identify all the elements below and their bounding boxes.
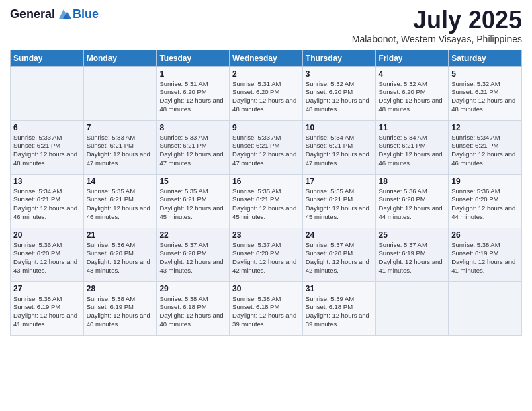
- day-number: 31: [306, 284, 373, 293]
- calendar-cell: 16Sunrise: 5:35 AMSunset: 6:21 PMDayligh…: [230, 174, 303, 228]
- calendar-body: 1Sunrise: 5:31 AMSunset: 6:20 PMDaylight…: [11, 66, 522, 335]
- calendar-week-row: 27Sunrise: 5:38 AMSunset: 6:19 PMDayligh…: [11, 281, 522, 335]
- weekday-header-monday: Monday: [83, 50, 157, 66]
- day-info: Sunrise: 5:36 AMSunset: 6:20 PMDaylight:…: [451, 187, 519, 222]
- calendar-cell: 7Sunrise: 5:33 AMSunset: 6:21 PMDaylight…: [83, 120, 157, 174]
- calendar-cell: 21Sunrise: 5:36 AMSunset: 6:20 PMDayligh…: [83, 228, 157, 281]
- day-number: 22: [159, 230, 226, 240]
- calendar-cell: 9Sunrise: 5:33 AMSunset: 6:21 PMDaylight…: [230, 120, 303, 174]
- day-info: Sunrise: 5:38 AMSunset: 6:18 PMDaylight:…: [232, 295, 300, 329]
- day-info: Sunrise: 5:36 AMSunset: 6:20 PMDaylight:…: [87, 241, 154, 275]
- day-info: Sunrise: 5:38 AMSunset: 6:19 PMDaylight:…: [13, 295, 81, 329]
- calendar-cell: [375, 281, 449, 335]
- day-number: 7: [87, 123, 154, 132]
- day-number: 19: [451, 177, 519, 186]
- day-info: Sunrise: 5:36 AMSunset: 6:20 PMDaylight:…: [379, 187, 446, 222]
- logo-text-general: General: [10, 7, 55, 21]
- day-number: 4: [379, 69, 446, 79]
- day-number: 13: [13, 177, 81, 186]
- calendar-week-row: 1Sunrise: 5:31 AMSunset: 6:20 PMDaylight…: [11, 66, 522, 120]
- calendar-cell: 5Sunrise: 5:32 AMSunset: 6:21 PMDaylight…: [449, 66, 522, 120]
- day-info: Sunrise: 5:37 AMSunset: 6:19 PMDaylight:…: [379, 241, 446, 275]
- day-number: 20: [13, 230, 81, 240]
- day-info: Sunrise: 5:32 AMSunset: 6:21 PMDaylight:…: [451, 80, 519, 114]
- day-info: Sunrise: 5:31 AMSunset: 6:20 PMDaylight:…: [159, 80, 226, 114]
- weekday-header-wednesday: Wednesday: [230, 50, 303, 66]
- day-number: 30: [232, 284, 300, 293]
- day-info: Sunrise: 5:35 AMSunset: 6:21 PMDaylight:…: [306, 187, 373, 222]
- calendar-cell: 13Sunrise: 5:34 AMSunset: 6:21 PMDayligh…: [11, 174, 84, 228]
- day-number: 27: [13, 284, 81, 293]
- day-info: Sunrise: 5:31 AMSunset: 6:20 PMDaylight:…: [232, 80, 300, 114]
- calendar-cell: 25Sunrise: 5:37 AMSunset: 6:19 PMDayligh…: [375, 228, 449, 281]
- calendar-cell: 22Sunrise: 5:37 AMSunset: 6:20 PMDayligh…: [157, 228, 230, 281]
- calendar-header: SundayMondayTuesdayWednesdayThursdayFrid…: [11, 50, 522, 66]
- day-info: Sunrise: 5:34 AMSunset: 6:21 PMDaylight:…: [13, 187, 81, 222]
- calendar-cell: 3Sunrise: 5:32 AMSunset: 6:20 PMDaylight…: [302, 66, 375, 120]
- calendar-cell: 1Sunrise: 5:31 AMSunset: 6:20 PMDaylight…: [157, 66, 230, 120]
- calendar-cell: 4Sunrise: 5:32 AMSunset: 6:20 PMDaylight…: [375, 66, 449, 120]
- day-info: Sunrise: 5:39 AMSunset: 6:18 PMDaylight:…: [306, 295, 373, 329]
- calendar-cell: 20Sunrise: 5:36 AMSunset: 6:20 PMDayligh…: [11, 228, 84, 281]
- day-number: 6: [13, 123, 81, 132]
- calendar-cell: 28Sunrise: 5:38 AMSunset: 6:19 PMDayligh…: [83, 281, 157, 335]
- month-year-title: July 2025: [352, 7, 522, 34]
- calendar-cell: [83, 66, 157, 120]
- calendar-cell: 31Sunrise: 5:39 AMSunset: 6:18 PMDayligh…: [302, 281, 375, 335]
- calendar-cell: 23Sunrise: 5:37 AMSunset: 6:20 PMDayligh…: [230, 228, 303, 281]
- day-info: Sunrise: 5:35 AMSunset: 6:21 PMDaylight:…: [232, 187, 300, 222]
- day-number: 26: [451, 230, 519, 240]
- day-info: Sunrise: 5:33 AMSunset: 6:21 PMDaylight:…: [159, 134, 226, 168]
- calendar-week-row: 6Sunrise: 5:33 AMSunset: 6:21 PMDaylight…: [11, 120, 522, 174]
- page-header: General Blue July 2025 Malabonot, Wester…: [10, 7, 522, 44]
- day-number: 17: [306, 177, 373, 186]
- day-info: Sunrise: 5:35 AMSunset: 6:21 PMDaylight:…: [159, 187, 226, 222]
- location-subtitle: Malabonot, Western Visayas, Philippines: [352, 34, 522, 44]
- day-info: Sunrise: 5:34 AMSunset: 6:21 PMDaylight:…: [451, 134, 519, 168]
- calendar-week-row: 20Sunrise: 5:36 AMSunset: 6:20 PMDayligh…: [11, 228, 522, 281]
- day-info: Sunrise: 5:38 AMSunset: 6:19 PMDaylight:…: [87, 295, 154, 329]
- day-number: 9: [232, 123, 300, 132]
- day-info: Sunrise: 5:33 AMSunset: 6:21 PMDaylight:…: [13, 134, 81, 168]
- weekday-header-saturday: Saturday: [449, 50, 522, 66]
- day-info: Sunrise: 5:34 AMSunset: 6:21 PMDaylight:…: [306, 134, 373, 168]
- day-info: Sunrise: 5:37 AMSunset: 6:20 PMDaylight:…: [232, 241, 300, 275]
- calendar-week-row: 13Sunrise: 5:34 AMSunset: 6:21 PMDayligh…: [11, 174, 522, 228]
- day-number: 28: [87, 284, 154, 293]
- day-number: 24: [306, 230, 373, 240]
- day-number: 5: [451, 69, 519, 79]
- day-number: 12: [451, 123, 519, 132]
- calendar-cell: 6Sunrise: 5:33 AMSunset: 6:21 PMDaylight…: [11, 120, 84, 174]
- calendar-cell: 12Sunrise: 5:34 AMSunset: 6:21 PMDayligh…: [449, 120, 522, 174]
- calendar-cell: 17Sunrise: 5:35 AMSunset: 6:21 PMDayligh…: [302, 174, 375, 228]
- calendar-cell: [449, 281, 522, 335]
- day-number: 1: [159, 69, 226, 79]
- weekday-header-thursday: Thursday: [302, 50, 375, 66]
- calendar-cell: 18Sunrise: 5:36 AMSunset: 6:20 PMDayligh…: [375, 174, 449, 228]
- day-number: 16: [232, 177, 300, 186]
- day-number: 8: [159, 123, 226, 132]
- day-number: 10: [306, 123, 373, 132]
- day-number: 15: [159, 177, 226, 186]
- calendar-cell: 14Sunrise: 5:35 AMSunset: 6:21 PMDayligh…: [83, 174, 157, 228]
- logo-icon: [56, 7, 71, 21]
- day-number: 29: [159, 284, 226, 293]
- weekday-header-sunday: Sunday: [11, 50, 84, 66]
- calendar-table: SundayMondayTuesdayWednesdayThursdayFrid…: [10, 50, 522, 336]
- calendar-cell: 27Sunrise: 5:38 AMSunset: 6:19 PMDayligh…: [11, 281, 84, 335]
- day-info: Sunrise: 5:36 AMSunset: 6:20 PMDaylight:…: [13, 241, 81, 275]
- title-block: July 2025 Malabonot, Western Visayas, Ph…: [352, 7, 522, 44]
- calendar-cell: 26Sunrise: 5:38 AMSunset: 6:19 PMDayligh…: [449, 228, 522, 281]
- day-number: 14: [87, 177, 154, 186]
- weekday-header-friday: Friday: [375, 50, 449, 66]
- day-info: Sunrise: 5:38 AMSunset: 6:18 PMDaylight:…: [159, 295, 226, 329]
- day-info: Sunrise: 5:32 AMSunset: 6:20 PMDaylight:…: [306, 80, 373, 114]
- day-info: Sunrise: 5:35 AMSunset: 6:21 PMDaylight:…: [87, 187, 154, 222]
- calendar-cell: 19Sunrise: 5:36 AMSunset: 6:20 PMDayligh…: [449, 174, 522, 228]
- day-info: Sunrise: 5:33 AMSunset: 6:21 PMDaylight:…: [87, 134, 154, 168]
- calendar-cell: [11, 66, 84, 120]
- day-number: 21: [87, 230, 154, 240]
- day-number: 23: [232, 230, 300, 240]
- day-number: 25: [379, 230, 446, 240]
- day-number: 2: [232, 69, 300, 79]
